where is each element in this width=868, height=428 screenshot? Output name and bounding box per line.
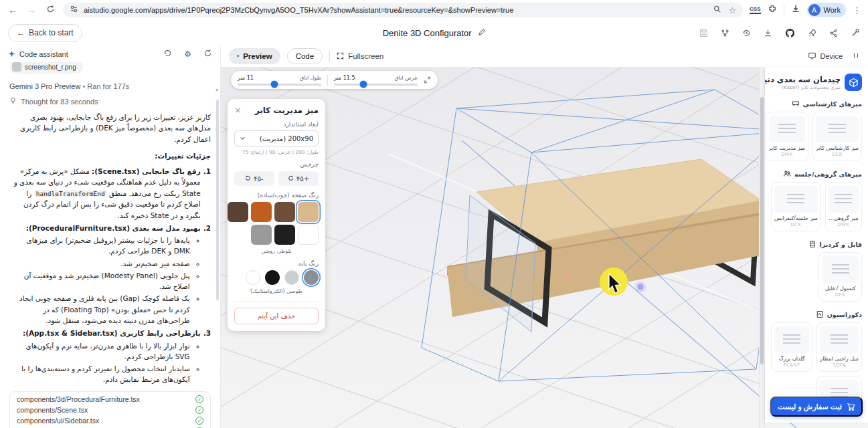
- code-assistant-panel: Code assistant ⚙ ▲ screenshot_r.png Gemi…: [0, 45, 221, 428]
- api-key-icon[interactable]: [851, 28, 860, 37]
- bullet: پایه‌ها را با جزئیات بیشتر (پروفیل ضخیم‌…: [9, 235, 190, 257]
- surface-swatch[interactable]: [274, 225, 295, 245]
- extensions-puzzle-icon[interactable]: [768, 4, 777, 16]
- downloads-icon[interactable]: [791, 4, 800, 16]
- attachment-chip[interactable]: screenshot_r.png: [9, 62, 83, 74]
- css-extension-icon[interactable]: CSS: [750, 7, 760, 14]
- browser-back-icon[interactable]: ←: [7, 5, 19, 15]
- page-scrollbar[interactable]: [759, 67, 765, 428]
- back-arrow-icon: ←: [17, 28, 25, 37]
- inline-code: handleTransformEnd: [34, 190, 107, 197]
- submit-order-button[interactable]: ثبت سفارش و لیست: [770, 397, 863, 417]
- bullet: سایدبار انتخاب محصول را تمیزتر کردم و دس…: [9, 363, 190, 385]
- tab-code[interactable]: Code: [287, 48, 323, 64]
- assistant-settings-icon[interactable]: ⚙: [184, 50, 191, 58]
- surface-swatch[interactable]: [251, 225, 272, 245]
- app-title[interactable]: Denite 3D Configurator: [383, 28, 472, 38]
- canvas-area: عرض اتاق 11.5 متر طول اتاق 11 متر: [221, 67, 868, 428]
- base-swatch[interactable]: [246, 270, 260, 285]
- back-to-start-button[interactable]: ← Back to start: [8, 24, 82, 42]
- save-icon[interactable]: [699, 29, 708, 37]
- deploy-rocket-icon[interactable]: [808, 29, 816, 37]
- history-icon[interactable]: [742, 29, 751, 37]
- fullscreen-button[interactable]: Fullscreen: [337, 52, 383, 61]
- surface-swatch[interactable]: [274, 202, 295, 222]
- tab-preview[interactable]: • Preview: [229, 48, 280, 64]
- share-icon[interactable]: [829, 29, 838, 37]
- delete-item-button[interactable]: حذف این آیتم: [234, 308, 319, 324]
- slider-thumb[interactable]: [359, 81, 367, 88]
- address-bar[interactable]: aistudio.google.com/apps/drive/1P0Pqreoj…: [63, 3, 743, 17]
- assistant-scroll-area[interactable]: ▲ screenshot_r.png Gemini 3 Pro Preview …: [0, 62, 220, 428]
- thought-toggle[interactable]: Thought for 83 seconds: [9, 97, 211, 106]
- edit-title-pencil-icon[interactable]: [478, 28, 485, 38]
- assistant-refresh-icon[interactable]: [203, 49, 212, 59]
- scrollbar-up-arrow[interactable]: ▲: [215, 88, 219, 92]
- item-thumbnail-icon: [835, 194, 852, 205]
- item-thumbnail-icon: [787, 194, 804, 205]
- item-config-panel: میز مدیریت کابر × ابعاد استاندارد 200x90…: [228, 99, 325, 331]
- active-dot-icon: •: [237, 53, 239, 60]
- surface-swatch[interactable]: [228, 202, 248, 222]
- desk-icon: [792, 100, 800, 108]
- url-text[interactable]: aistudio.google.com/apps/drive/1P0Pqreoj…: [84, 6, 707, 14]
- divider: [329, 51, 330, 62]
- assistant-history-icon[interactable]: [163, 49, 172, 59]
- catalog-header: چیدمان سه بعدی دنیته سری محصولات کابر (K…: [771, 74, 862, 91]
- file-row[interactable]: components/ui/Sidebar.tsx ✓: [10, 415, 210, 426]
- catalog-item[interactable]: میز کارشناسی کابر DEK: [812, 112, 862, 161]
- back-to-start-label: Back to start: [29, 28, 74, 37]
- divider: [327, 75, 328, 86]
- people-icon: [783, 170, 791, 178]
- surface-swatch[interactable]: [251, 202, 272, 222]
- zoom-icon[interactable]: [713, 4, 721, 16]
- bookmark-star-icon[interactable]: ☆: [728, 5, 736, 15]
- catalog-item[interactable]: میز جلسه/کنفرانس DCK: [771, 182, 821, 231]
- file-row[interactable]: App.tsx ✓: [10, 426, 210, 428]
- fork-icon[interactable]: [721, 29, 729, 37]
- config-close-icon[interactable]: ×: [234, 105, 242, 115]
- catalog-item[interactable]: میز مدیریت کابر DMK: [766, 112, 808, 161]
- surface-swatch[interactable]: [298, 225, 319, 245]
- assistant-scrollbar[interactable]: [216, 100, 219, 300]
- base-swatch-selected[interactable]: [304, 270, 319, 285]
- device-toggle[interactable]: Device: [808, 51, 843, 62]
- scrollbar-thumb[interactable]: [760, 97, 764, 364]
- catalog-item[interactable]: مبل راحتی انتظار SOFA: [816, 322, 862, 372]
- rotate-plus-button[interactable]: +۴۵: [278, 171, 319, 186]
- download-icon[interactable]: [764, 29, 772, 37]
- catalog-item[interactable]: کنسول / فایل DFK: [818, 252, 862, 302]
- base-swatches: [234, 270, 319, 285]
- message-intro: کاربر عزیز، تغییرات زیر را برای رفع باگ …: [9, 112, 211, 144]
- attachment-thumbnail: [12, 62, 21, 72]
- slider-value: 11.5 متر: [334, 76, 355, 82]
- browser-menu-icon[interactable]: ⋮: [853, 5, 861, 15]
- surface-swatch-selected[interactable]: [298, 202, 319, 222]
- dimensions-select[interactable]: 200x90 (مدیریت): [234, 130, 319, 146]
- browser-profile-chip[interactable]: A Work: [807, 3, 846, 17]
- expand-icon[interactable]: [424, 74, 431, 86]
- file-row[interactable]: components/Scene.tsx ✓: [10, 405, 210, 415]
- dimensions-hint: طول: 200 | عرض: 90 | ارتفاع: 75: [234, 149, 319, 155]
- base-swatch[interactable]: [284, 270, 299, 285]
- model-run-line: Gemini 3 Pro Preview • Ran for 177s: [9, 82, 211, 90]
- rotate-minus-button[interactable]: -۴۵: [234, 171, 274, 186]
- room-width-slider[interactable]: [334, 84, 418, 86]
- click-highlight: [600, 268, 628, 296]
- catalog-item[interactable]: گلدان بزرگ PLANT: [771, 322, 812, 372]
- model-name: Gemini 3 Pro Preview: [9, 82, 80, 90]
- github-icon[interactable]: [785, 28, 795, 38]
- browser-forward-icon[interactable]: →: [25, 5, 37, 15]
- run-duration: Ran for 177s: [87, 82, 129, 90]
- collapse-panel-icon[interactable]: [852, 50, 860, 62]
- file-row[interactable]: components/3d/ProceduralFurniture.tsx ✓: [10, 394, 210, 405]
- base-swatch[interactable]: [265, 270, 280, 285]
- catalog-item[interactable]: میز گروهی... DWK: [825, 182, 862, 231]
- site-info-icon[interactable]: [70, 4, 78, 16]
- changed-files-card: components/3d/ProceduralFurniture.tsx ✓ …: [9, 391, 211, 428]
- catalog-title: چیدمان سه بعدی دنیته: [771, 75, 841, 84]
- cart-icon: [847, 403, 855, 411]
- room-length-slider[interactable]: [238, 84, 321, 86]
- browser-refresh-icon[interactable]: [44, 5, 56, 15]
- slider-thumb[interactable]: [271, 81, 278, 88]
